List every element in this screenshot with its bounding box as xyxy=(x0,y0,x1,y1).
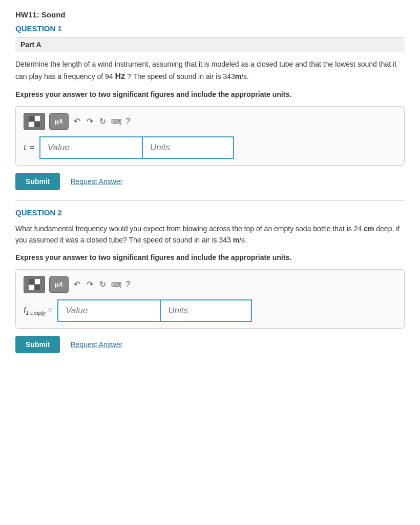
q1-ms-unit: m xyxy=(235,72,241,80)
q2-refresh-button[interactable]: ↻ xyxy=(98,279,107,289)
q1-mu-icon: μA xyxy=(55,118,63,125)
q2-value-input[interactable] xyxy=(57,299,160,322)
q2-units-input[interactable] xyxy=(160,299,252,322)
q2-request-answer-link[interactable]: Request Answer xyxy=(70,340,122,349)
q2-mu-button[interactable]: μA xyxy=(49,276,69,293)
q1-answer-box: μA ↶ ↷ ↻ ⌨] ? L = xyxy=(15,106,405,166)
q2-submit-button[interactable]: Submit xyxy=(15,336,60,353)
q2-express-text: Express your answer to two significant f… xyxy=(15,252,405,263)
q1-input-label: L = xyxy=(24,143,34,152)
page-title: HW11: Sound xyxy=(15,10,405,19)
q2-toolbar: μA ↶ ↷ ↻ ⌨] ? xyxy=(24,276,396,293)
q2-mu-icon: μA xyxy=(55,281,63,288)
divider-1 xyxy=(15,200,405,201)
q2-keyboard-button[interactable]: ⌨] xyxy=(111,281,121,288)
q1-input-row: L = xyxy=(24,136,396,159)
q1-toolbar: μA ↶ ↷ ↻ ⌨] ? xyxy=(24,113,396,130)
q1-submit-row: Submit Request Answer xyxy=(15,173,405,190)
q2-input-row: f1 empty = xyxy=(24,299,396,322)
q1-keyboard-button[interactable]: ⌨] xyxy=(111,118,121,125)
q1-grid-button[interactable] xyxy=(24,113,45,130)
q2-cm-unit: cm xyxy=(364,225,374,233)
question-1-text: Determine the length of a wind instrumen… xyxy=(15,58,405,83)
q2-grid-button[interactable] xyxy=(24,276,45,293)
q1-hz-unit: Hz xyxy=(115,72,125,80)
q2-redo-button[interactable]: ↷ xyxy=(86,279,94,289)
q1-mu-button[interactable]: μA xyxy=(49,113,69,130)
q2-text-part3: /s. xyxy=(239,236,247,244)
q1-text-part3: /s. xyxy=(241,72,249,80)
q1-request-answer-link[interactable]: Request Answer xyxy=(70,177,122,186)
q1-value-input[interactable] xyxy=(39,136,142,159)
q2-answer-box: μA ↶ ↷ ↻ ⌨] ? f1 empty = xyxy=(15,269,405,329)
q2-help-button[interactable]: ? xyxy=(125,280,130,289)
q2-undo-button[interactable]: ↶ xyxy=(73,279,81,289)
q1-refresh-button[interactable]: ↻ xyxy=(98,116,107,126)
q2-text-part1: What fundamental frequency would you exp… xyxy=(15,225,364,233)
q2-input-label: f1 empty = xyxy=(24,306,52,316)
q1-express-text: Express your answer to two significant f… xyxy=(15,89,405,100)
q1-redo-button[interactable]: ↷ xyxy=(86,116,94,126)
question-2-label: QUESTION 2 xyxy=(15,208,405,217)
q2-submit-row: Submit Request Answer xyxy=(15,336,405,353)
question-1-label: QUESTION 1 xyxy=(15,24,405,33)
q2-ms-unit: m xyxy=(233,236,239,244)
q1-help-button[interactable]: ? xyxy=(125,117,130,126)
part-a-header: Part A xyxy=(15,37,405,52)
q1-units-input[interactable] xyxy=(142,136,234,159)
q1-undo-button[interactable]: ↶ xyxy=(73,116,81,126)
q2-input-subscript: 1 empty xyxy=(26,310,46,316)
question-2-text: What fundamental frequency would you exp… xyxy=(15,223,405,246)
q1-submit-button[interactable]: Submit xyxy=(15,173,60,190)
q1-text-part2: ? The speed of sound in air is 343 xyxy=(125,72,235,80)
